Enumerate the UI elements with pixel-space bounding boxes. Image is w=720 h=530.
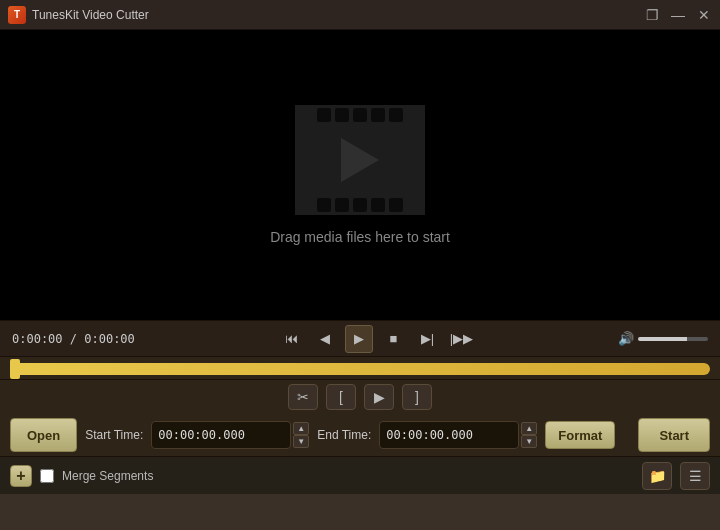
film-hole	[317, 108, 331, 122]
merge-label: Merge Segments	[62, 469, 153, 483]
mark-in-button[interactable]: [	[326, 384, 356, 410]
skip-forward-fast-button[interactable]: |▶▶	[447, 325, 475, 353]
format-button[interactable]: Format	[545, 421, 615, 449]
volume-icon: 🔊	[618, 331, 634, 346]
film-hole	[335, 108, 349, 122]
film-hole	[371, 198, 385, 212]
film-hole	[335, 198, 349, 212]
play-triangle-icon	[341, 138, 379, 182]
start-time-input-wrap: ▲ ▼	[151, 421, 309, 449]
film-hole	[389, 108, 403, 122]
volume-area: 🔊	[618, 331, 708, 346]
list-icon: ☰	[689, 468, 702, 484]
film-strip-bottom	[295, 195, 425, 215]
time-controls-row: Open Start Time: ▲ ▼ End Time: ▲ ▼ Forma…	[10, 418, 710, 452]
volume-slider[interactable]	[638, 337, 708, 341]
film-icon	[295, 105, 425, 215]
segment-tools: ✂ [ ▶ ]	[10, 384, 710, 410]
play-button[interactable]: ▶	[345, 325, 373, 353]
start-time-up[interactable]: ▲	[293, 422, 309, 435]
film-hole	[353, 198, 367, 212]
window-controls: ❐ — ✕	[644, 7, 712, 23]
timeline-track[interactable]	[10, 363, 710, 375]
film-hole	[371, 108, 385, 122]
film-hole	[353, 108, 367, 122]
minimize-button[interactable]: —	[670, 7, 686, 23]
title-bar: T TunesKit Video Cutter ❐ — ✕	[0, 0, 720, 30]
add-segment-button[interactable]: +	[10, 465, 32, 487]
time-display: 0:00:00 / 0:00:00	[12, 332, 135, 346]
film-hole	[389, 198, 403, 212]
drag-drop-hint: Drag media files here to start	[270, 229, 450, 245]
start-time-down[interactable]: ▼	[293, 435, 309, 448]
film-body	[295, 125, 425, 195]
open-button[interactable]: Open	[10, 418, 77, 452]
start-button[interactable]: Start	[638, 418, 710, 452]
skip-forward-button[interactable]: ▶|	[413, 325, 441, 353]
cut-button[interactable]: ✂	[288, 384, 318, 410]
segment-bar-left: + Merge Segments	[10, 465, 153, 487]
playback-bar: 0:00:00 / 0:00:00 ⏮ ◀ ▶ ■ ▶| |▶▶ 🔊	[0, 320, 720, 356]
folder-icon: 📁	[649, 468, 666, 484]
timeline-area	[0, 356, 720, 379]
segment-list-button[interactable]: ☰	[680, 462, 710, 490]
segment-bar-right: 📁 ☰	[642, 462, 710, 490]
end-time-spinners: ▲ ▼	[521, 422, 537, 448]
timeline-fill	[10, 363, 710, 375]
end-time-up[interactable]: ▲	[521, 422, 537, 435]
video-player-area: Drag media files here to start	[0, 30, 720, 320]
playback-controls: ⏮ ◀ ▶ ■ ▶| |▶▶	[277, 325, 475, 353]
restore-button[interactable]: ❐	[644, 7, 660, 23]
film-hole	[317, 198, 331, 212]
skip-back-fast-button[interactable]: ⏮	[277, 325, 305, 353]
skip-back-button[interactable]: ◀	[311, 325, 339, 353]
stop-button[interactable]: ■	[379, 325, 407, 353]
timeline-handle[interactable]	[10, 359, 20, 379]
start-time-spinners: ▲ ▼	[293, 422, 309, 448]
start-time-label: Start Time:	[85, 428, 143, 442]
start-time-input[interactable]	[151, 421, 291, 449]
merge-checkbox[interactable]	[40, 469, 54, 483]
play-segment-button[interactable]: ▶	[364, 384, 394, 410]
bottom-controls: ✂ [ ▶ ] Open Start Time: ▲ ▼ End Time: ▲…	[0, 379, 720, 456]
app-logo: T	[8, 6, 26, 24]
app-title: TunesKit Video Cutter	[32, 8, 149, 22]
end-time-label: End Time:	[317, 428, 371, 442]
title-bar-left: T TunesKit Video Cutter	[8, 6, 149, 24]
segment-bar: + Merge Segments 📁 ☰	[0, 456, 720, 494]
mark-out-button[interactable]: ]	[402, 384, 432, 410]
end-time-input-wrap: ▲ ▼	[379, 421, 537, 449]
output-folder-button[interactable]: 📁	[642, 462, 672, 490]
end-time-down[interactable]: ▼	[521, 435, 537, 448]
close-button[interactable]: ✕	[696, 7, 712, 23]
end-time-input[interactable]	[379, 421, 519, 449]
film-strip-top	[295, 105, 425, 125]
